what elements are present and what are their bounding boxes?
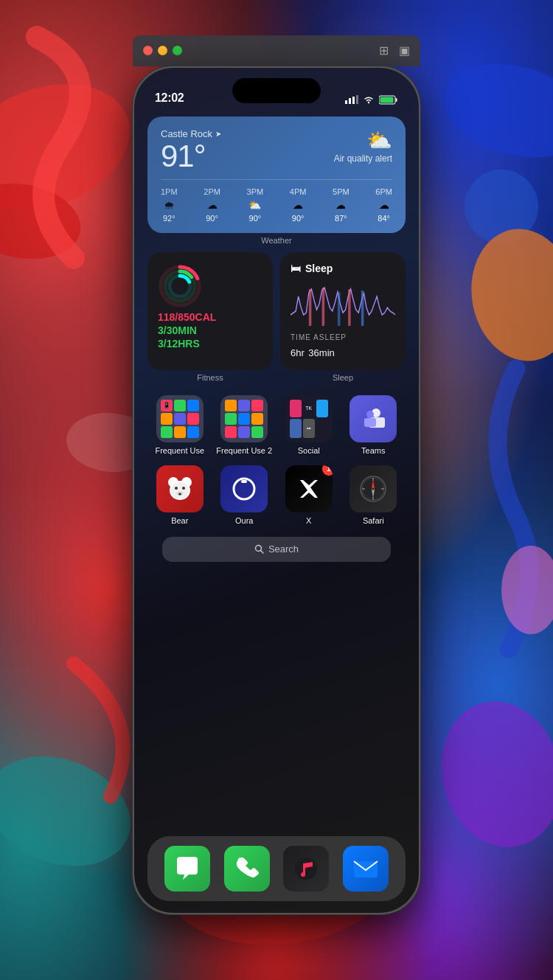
dynamic-island [232,78,321,103]
window-right-icons: ⊞ ▣ [379,44,410,58]
home-content: Castle Rock ➤ 91° ⛅ Air quality alert 1P… [134,111,419,913]
dock-music[interactable] [283,846,329,892]
close-button[interactable] [143,46,153,55]
widgets-row: 118/850CAL 3/30MIN 3/12HRS 🛏 Sleep [147,252,406,370]
frequent-use-icon: 📱 [156,395,204,442]
forecast-item-2pm: 2PM ☁ 90° [204,187,220,223]
svg-rect-15 [396,98,397,102]
svg-rect-13 [356,95,358,104]
sleep-widget[interactable]: 🛏 Sleep [280,252,406,370]
social-icon: TK •• [285,395,333,442]
fitness-widget-label: Fitness [147,373,273,382]
svg-rect-26 [348,289,351,326]
sleep-label: TIME ASLEEP [291,333,395,341]
weather-forecast: 1PM 🌧 92° 2PM ☁ 90° 3PM ⛅ 90° [161,179,392,223]
teams-icon [349,395,397,442]
app-frequent-use-2[interactable]: Frequent Use 2 [215,395,274,455]
svg-line-52 [260,551,263,554]
svg-rect-12 [352,97,355,104]
status-time: 12:02 [155,91,184,105]
app-frequent-use[interactable]: 📱 Frequent Use [150,395,209,455]
svg-rect-10 [345,100,347,104]
grid-icon[interactable]: ⊞ [379,44,389,58]
app-grid: 📱 Frequent Use [147,391,406,529]
fitness-minutes: 3/30MIN [158,324,262,336]
svg-marker-45 [372,480,375,489]
bear-icon [156,465,204,512]
app-social[interactable]: TK •• Social [279,395,338,455]
widget-labels-row: Fitness Sleep [147,373,406,382]
teams-label: Teams [361,446,385,455]
frequent-use-2-label: Frequent Use 2 [216,446,272,455]
app-x[interactable]: 1 X [279,465,338,525]
x-badge: 1 [322,465,333,476]
app-oura[interactable]: Oura [215,465,274,525]
svg-point-37 [175,487,178,490]
fitness-widget[interactable]: 118/850CAL 3/30MIN 3/12HRS [147,252,273,370]
svg-rect-23 [291,282,395,326]
signal-icon [345,95,358,104]
svg-rect-28 [338,292,341,326]
weather-widget-label: Weather [147,236,406,245]
folder-grid-2 [220,395,268,442]
svg-point-38 [182,487,185,490]
wifi-icon [363,95,375,104]
safari-icon [349,465,397,512]
sleep-time: 6hr 36min [291,343,395,360]
svg-point-40 [178,493,181,495]
oura-icon [220,465,268,512]
svg-rect-32 [364,418,376,427]
x-label: X [306,516,311,525]
activity-ring [158,264,202,308]
minimize-button[interactable] [158,46,167,55]
search-label: Search [268,543,299,555]
app-bear[interactable]: Bear [150,465,209,525]
svg-point-9 [501,546,553,634]
weather-widget[interactable]: Castle Rock ➤ 91° ⛅ Air quality alert 1P… [147,117,406,233]
sleep-widget-label: Sleep [280,373,406,382]
dock [147,836,406,901]
sidebar-icon[interactable]: ▣ [399,44,410,58]
svg-point-4 [461,220,553,369]
bear-label: Bear [171,516,188,525]
oura-label: Oura [235,516,253,525]
svg-point-36 [171,482,189,498]
fitness-calories: 118/850CAL [158,311,262,323]
svg-rect-42 [241,480,247,483]
weather-cloud-icon: ⛅ [366,128,392,153]
fitness-hours: 3/12HRS [158,338,262,350]
forecast-item-4pm: 4PM ☁ 90° [290,187,307,223]
battery-icon [379,95,398,105]
app-teams[interactable]: Teams [344,395,403,455]
frequent-use-2-icon [220,395,268,442]
bed-icon: 🛏 [291,263,301,274]
sleep-header: 🛏 Sleep [291,263,395,274]
x-icon: 1 [285,465,333,512]
search-icon [254,544,264,554]
dock-messages[interactable] [164,846,210,892]
svg-point-31 [366,411,374,418]
location-arrow-icon: ➤ [215,130,221,138]
folder-grid-1: 📱 [156,395,204,442]
weather-location: Castle Rock ➤ [161,128,392,139]
maximize-button[interactable] [173,46,182,55]
search-bar[interactable]: Search [162,537,391,562]
social-label: Social [298,446,320,455]
forecast-item-1pm: 1PM 🌧 92° [161,187,178,223]
window-chrome: ⊞ ▣ [133,35,420,66]
forecast-item-3pm: 3PM ⛅ 90° [247,187,264,223]
app-safari[interactable]: Safari [344,465,403,525]
sleep-chart [291,282,395,326]
phone-screen: 12:02 [134,68,419,913]
svg-rect-16 [380,97,394,102]
svg-rect-25 [322,288,325,326]
safari-label: Safari [363,516,384,525]
dock-phone[interactable] [224,846,270,892]
forecast-item-6pm: 6PM ☁ 84° [375,187,392,223]
svg-rect-24 [309,289,312,326]
svg-marker-46 [372,489,375,498]
dock-mail[interactable] [343,846,389,892]
svg-rect-27 [361,291,364,326]
svg-point-2 [434,49,553,173]
phone-frame: 12:02 [133,66,420,914]
